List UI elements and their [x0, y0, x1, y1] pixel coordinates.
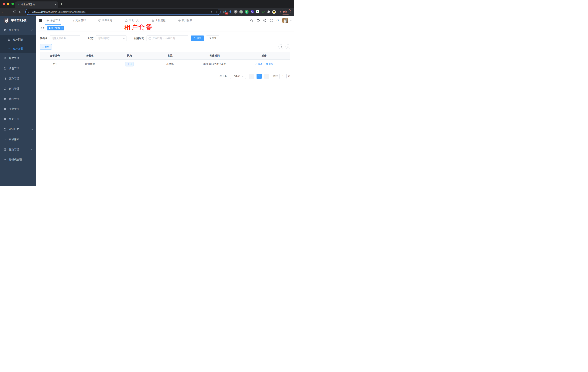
sidebar-logo-row[interactable]: 芋道管理系统	[0, 16, 36, 25]
app-navbar: 系统管理 ¥ 支付管理 基础设施	[36, 16, 294, 25]
table-row: 111 普通套餐 开启 小功能 2022-02-22 00:54:00	[40, 59, 290, 69]
online-icon	[4, 138, 7, 141]
peoples-icon	[8, 38, 10, 41]
cell-operations: 修改 删除	[238, 59, 290, 69]
extension-shield-icon[interactable]	[250, 10, 254, 14]
help-icon[interactable]	[263, 19, 266, 22]
goto-unit-label: 页	[288, 74, 290, 78]
site-info-icon[interactable]	[28, 11, 31, 13]
tag-tenant-package[interactable]: 租户套餐 ×	[47, 26, 64, 31]
sidebar-item-label: 岗位管理	[9, 97, 19, 101]
extension-smiley-icon[interactable]	[272, 10, 276, 14]
traffic-lights	[3, 3, 14, 5]
extension-puzzle-icon[interactable]	[267, 10, 270, 14]
monitor-icon	[98, 19, 101, 22]
name-filter-input[interactable]: 请输入套餐名	[50, 35, 80, 41]
fullscreen-icon[interactable]	[270, 19, 273, 22]
sidebar-item-sms-management[interactable]: 短信管理	[0, 145, 36, 155]
chevron-down-icon	[242, 75, 244, 77]
hamburger-icon[interactable]	[39, 19, 42, 22]
gear-icon	[46, 19, 49, 22]
goto-page-input[interactable]	[279, 74, 287, 79]
avatar-caret-icon[interactable]	[290, 20, 292, 21]
add-button[interactable]: + 新增	[40, 44, 52, 50]
back-button[interactable]: ←	[0, 10, 6, 14]
topnav-item-pay[interactable]: ¥ 支付管理	[72, 16, 86, 25]
pagination-total: 共 1 条	[220, 74, 227, 78]
sidebar-item-tenant-package[interactable]: 租户套餐	[0, 44, 36, 53]
update-label: 更新	[283, 10, 287, 13]
sidebar-item-post-management[interactable]: 岗位管理	[0, 94, 36, 104]
tree-icon	[4, 87, 7, 90]
next-page-button[interactable]: ›	[264, 74, 269, 79]
edit-link[interactable]: 修改	[255, 63, 262, 66]
status-filter-select[interactable]: 请选择状态	[95, 35, 127, 41]
browser-tab[interactable]: 芋道管理系统 ×	[15, 1, 58, 8]
extension-gem-icon[interactable]	[229, 10, 232, 14]
share-icon[interactable]	[211, 11, 214, 13]
close-window-button[interactable]	[3, 3, 5, 5]
sidebar-item-dept-management[interactable]: 部门管理	[0, 84, 36, 94]
app-title: 芋道管理系统	[11, 19, 26, 22]
user-icon	[4, 57, 7, 60]
table-search-toggle-icon[interactable]	[278, 44, 283, 49]
tag-label: 首页	[40, 26, 45, 30]
extension-command-icon[interactable]: ⌘	[234, 10, 238, 14]
date-range-picker[interactable]: 开始日期 - 结束日期	[146, 35, 188, 41]
search-button-label: 搜索	[197, 37, 201, 40]
table-refresh-icon[interactable]	[285, 44, 290, 49]
current-page-button[interactable]: 1	[257, 74, 262, 79]
topnav-item-report[interactable]: 统计报表	[178, 16, 193, 25]
sidebar-item-tenant-list[interactable]: 租户列表	[0, 35, 36, 44]
favicon-plant-icon	[17, 3, 20, 6]
sidebar-item-menu-management[interactable]: 菜单管理	[0, 74, 36, 84]
extension-green-dot-icon[interactable]	[239, 10, 243, 14]
delete-link[interactable]: 删除	[266, 63, 273, 66]
topnav-item-workflow[interactable]: 工作流程	[151, 16, 166, 25]
github-icon[interactable]	[257, 19, 260, 22]
topnav-item-infra[interactable]: 基础设施	[98, 16, 113, 25]
reload-button[interactable]	[11, 10, 17, 13]
zoom-window-button[interactable]	[11, 3, 14, 5]
address-bar[interactable]: 127.0.0.1:48080/admin-ui/system/tenant/p…	[25, 9, 220, 15]
topnav-item-system[interactable]: 系统管理	[46, 16, 61, 25]
sidebar-item-user-management[interactable]: 用户管理	[0, 53, 36, 64]
sidebar-item-notice[interactable]: 通知公告	[0, 114, 36, 124]
search-icon[interactable]	[250, 19, 253, 22]
extension-y-icon[interactable]: y	[245, 10, 249, 14]
filter-form: 套餐名 请输入套餐名 状态 请选择状态 创建时间 开始日期	[40, 35, 290, 41]
tenant-submenu: 租户列表 租户套餐	[0, 35, 36, 53]
home-button[interactable]	[17, 10, 23, 13]
tab-close-icon[interactable]: ×	[55, 3, 56, 6]
extension-flag-icon[interactable]	[256, 10, 259, 14]
minimize-window-button[interactable]	[7, 3, 10, 5]
sidebar-item-role-management[interactable]: 角色管理	[0, 64, 36, 74]
sidebar-item-online-users[interactable]: 在线用户	[0, 134, 36, 145]
extension-star-icon[interactable]	[261, 10, 265, 14]
user-avatar[interactable]	[283, 18, 288, 23]
topnav-label: 统计报表	[182, 19, 192, 22]
time-filter-label: 创建时间	[134, 37, 144, 40]
bookmark-star-icon[interactable]: ☆	[215, 10, 218, 14]
sidebar-item-error-code[interactable]: </> 错误码管理	[0, 155, 36, 165]
browser-menu-icon[interactable]	[289, 11, 289, 13]
prev-page-button[interactable]: ‹	[249, 74, 254, 79]
sidebar-item-audit-log[interactable]: 审计日志	[0, 124, 36, 134]
search-button[interactable]: 搜索	[191, 35, 204, 41]
sidebar-item-dict-management[interactable]: 字典管理	[0, 104, 36, 114]
col-header-remark: 备注	[149, 52, 191, 59]
extension-tampermonkey-icon[interactable]: 10	[223, 10, 227, 14]
cell-status: 开启	[110, 59, 149, 69]
forward-button[interactable]: →	[6, 10, 11, 14]
col-header-ops: 操作	[238, 52, 290, 59]
tag-close-icon[interactable]: ×	[61, 27, 63, 29]
font-size-icon[interactable]: тT	[276, 19, 279, 22]
page-size-select[interactable]: 10条/页	[230, 74, 246, 79]
reset-button[interactable]: 重置	[206, 35, 219, 41]
sidebar-item-label: 审计日志	[9, 128, 19, 131]
browser-update-button[interactable]: 更新	[280, 9, 291, 14]
tag-home[interactable]: 首页	[39, 26, 46, 31]
start-date-placeholder: 开始日期	[152, 37, 162, 40]
new-tab-button[interactable]: +	[61, 2, 63, 6]
sidebar-item-tenant-management[interactable]: 租户管理	[0, 25, 36, 35]
